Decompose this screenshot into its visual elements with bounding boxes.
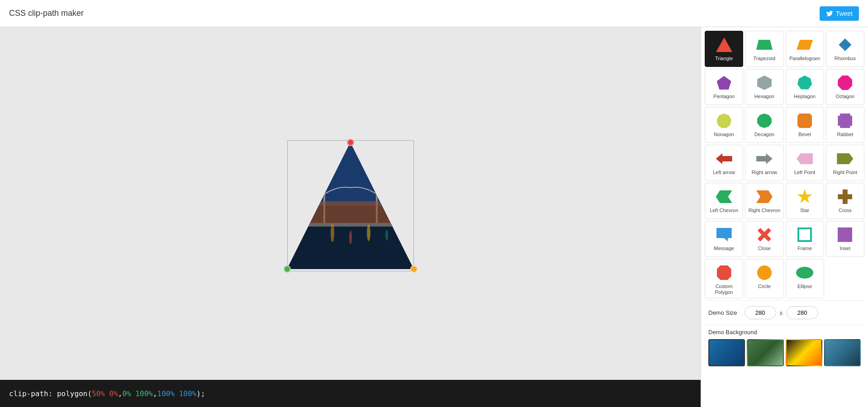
shape-heptagon[interactable]: Heptagon xyxy=(786,69,824,105)
shape-hexagon[interactable]: Hexagon xyxy=(745,69,783,105)
handle-top[interactable] xyxy=(347,139,354,146)
shape-right-point-label: Right Point xyxy=(833,170,857,175)
shape-right-arrow[interactable]: Right arrow xyxy=(745,145,783,181)
shape-frame[interactable]: Frame xyxy=(786,221,824,257)
shape-triangle[interactable]: Triangle xyxy=(705,31,743,67)
handle-bottom-right[interactable] xyxy=(410,265,417,273)
canvas-workspace[interactable] xyxy=(0,27,701,380)
shape-rabbet[interactable]: Rabbet xyxy=(826,107,864,143)
shape-grid-row5: Left Chevron Right Chevron Star Cross xyxy=(705,183,864,219)
shape-heptagon-label: Heptagon xyxy=(794,94,816,99)
rhombus-icon xyxy=(836,36,854,54)
bridge-svg xyxy=(287,142,414,269)
shape-ellipse[interactable]: Ellipse xyxy=(786,259,824,298)
demo-size-label: Demo Size xyxy=(708,309,737,316)
shape-nonagon-label: Nonagon xyxy=(714,132,734,137)
shape-triangle-label: Triangle xyxy=(715,56,733,62)
shape-left-chevron-label: Left Chevron xyxy=(710,208,738,213)
shape-star-label: Star xyxy=(800,208,809,213)
shape-star[interactable]: Star xyxy=(786,183,824,219)
right-point-icon xyxy=(836,150,854,168)
shape-nonagon[interactable]: Nonagon xyxy=(705,107,743,143)
main-layout: clip-path: polygon(50% 0%, 0% 100%, 100%… xyxy=(0,27,868,407)
svg-point-9 xyxy=(385,230,388,241)
pentagon-icon xyxy=(715,74,733,92)
rabbet-icon xyxy=(836,112,854,130)
shape-trapezoid[interactable]: Trapezoid xyxy=(745,31,783,67)
shape-circle[interactable]: Circle xyxy=(745,259,783,298)
trapezoid-icon xyxy=(755,36,773,54)
shape-decagon-label: Decagon xyxy=(754,132,774,137)
handle-bottom-left[interactable] xyxy=(284,265,291,273)
shape-left-chevron[interactable]: Left Chevron xyxy=(705,183,743,219)
app-title: CSS clip-path maker xyxy=(9,9,84,18)
message-icon xyxy=(715,226,733,244)
shape-right-arrow-label: Right arrow xyxy=(752,170,777,175)
shape-grid-row2: Pentagon Hexagon Heptagon Octagon xyxy=(705,69,864,105)
shape-rhombus-label: Rhombus xyxy=(835,56,856,62)
shape-octagon-label: Octagon xyxy=(836,94,855,99)
shape-custom-polygon[interactable]: Custom Polygon xyxy=(705,259,743,298)
bevel-icon xyxy=(796,112,814,130)
shape-grid-row6: Message Close Frame Inset xyxy=(705,221,864,257)
tweet-button[interactable]: Tweet xyxy=(820,6,859,21)
canvas-area: clip-path: polygon(50% 0%, 0% 100%, 100%… xyxy=(0,27,701,407)
shape-right-point[interactable]: Right Point xyxy=(826,145,864,181)
demo-size-width[interactable] xyxy=(745,306,776,319)
shape-close[interactable]: Close xyxy=(745,221,783,257)
parallelogram-icon xyxy=(796,36,814,54)
heptagon-icon xyxy=(796,74,814,92)
decagon-icon xyxy=(755,112,773,130)
demo-bg-water[interactable] xyxy=(824,339,861,366)
shape-pentagon[interactable]: Pentagon xyxy=(705,69,743,105)
triangle-icon xyxy=(715,36,733,54)
hexagon-icon xyxy=(755,74,773,92)
demo-bg-bridge[interactable] xyxy=(708,339,745,366)
shape-hexagon-label: Hexagon xyxy=(754,94,774,99)
demo-size-row: Demo Size x xyxy=(705,300,864,325)
demo-bg-grid xyxy=(708,339,861,366)
shape-message[interactable]: Message xyxy=(705,221,743,257)
shape-left-arrow-label: Left arrow xyxy=(713,170,735,175)
shape-trapezoid-label: Trapezoid xyxy=(754,56,776,62)
shape-inset[interactable]: Inset xyxy=(826,221,864,257)
star-icon xyxy=(796,188,814,206)
demo-bg-fields[interactable] xyxy=(747,339,783,366)
code-comma1: , xyxy=(118,389,123,398)
shape-bevel[interactable]: Bevel xyxy=(786,107,824,143)
demo-size-height[interactable] xyxy=(787,306,818,319)
shape-custom-polygon-label: Custom Polygon xyxy=(707,284,741,295)
shape-inset-label: Inset xyxy=(840,246,850,251)
shape-right-chevron[interactable]: Right Chevron xyxy=(745,183,783,219)
shape-grid-row3: Nonagon Decagon Bevel Rabbet xyxy=(705,107,864,143)
shape-decagon[interactable]: Decagon xyxy=(745,107,783,143)
shape-left-arrow[interactable]: Left arrow xyxy=(705,145,743,181)
circle-icon xyxy=(755,264,773,282)
demo-bg-fireworks[interactable] xyxy=(786,339,822,366)
demo-background-section: Demo Background xyxy=(705,325,864,370)
octagon-icon xyxy=(836,74,854,92)
tweet-label: Tweet xyxy=(836,10,853,17)
sidebar: Triangle Trapezoid Parallelogram Rhombus… xyxy=(701,27,868,407)
left-arrow-icon xyxy=(715,150,733,168)
shape-circle-label: Circle xyxy=(758,284,771,289)
svg-rect-5 xyxy=(310,201,391,224)
code-point3: 100% 100% xyxy=(157,389,197,398)
nonagon-icon xyxy=(715,112,733,130)
code-prefix: clip-path: polygon( xyxy=(9,389,92,398)
shape-rhombus[interactable]: Rhombus xyxy=(826,31,864,67)
frame-icon xyxy=(796,226,814,244)
shape-right-chevron-label: Right Chevron xyxy=(749,208,780,213)
demo-size-separator: x xyxy=(780,309,783,317)
shape-cross[interactable]: Cross xyxy=(826,183,864,219)
ellipse-icon xyxy=(796,264,814,282)
shape-octagon[interactable]: Octagon xyxy=(826,69,864,105)
shape-parallelogram[interactable]: Parallelogram xyxy=(786,31,824,67)
shape-left-point[interactable]: Left Point xyxy=(786,145,824,181)
left-point-icon xyxy=(796,150,814,168)
shape-message-label: Message xyxy=(714,246,734,251)
shape-grid-row7: Custom Polygon Circle Ellipse xyxy=(705,259,864,298)
right-arrow-icon xyxy=(755,150,773,168)
custom-polygon-icon xyxy=(715,264,733,282)
header: CSS clip-path maker Tweet xyxy=(0,0,868,27)
